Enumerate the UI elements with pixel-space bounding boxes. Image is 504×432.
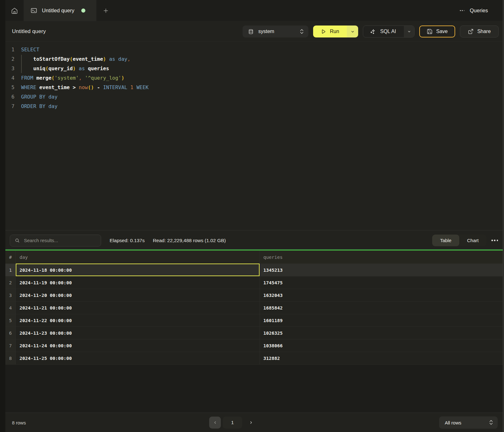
code-text: SELECT (14, 45, 39, 54)
row-index-cell[interactable]: 5 (5, 314, 16, 327)
day-cell[interactable]: 2024-11-21 00:00:00 (16, 302, 260, 314)
code-text: FROM merge('system', '^query_log') (14, 73, 124, 83)
line-number: 1 (5, 45, 14, 54)
queries-cell[interactable]: 1601189 (260, 314, 503, 327)
queries-cell[interactable]: 1026325 (260, 327, 503, 339)
sparkles-icon (370, 29, 376, 35)
sql-ai-label: SQL AI (380, 29, 396, 34)
new-tab-button[interactable] (96, 0, 115, 21)
day-cell[interactable]: 2024-11-18 00:00:00 (16, 264, 260, 276)
content-panel: Untitled query system (5, 22, 503, 432)
table-empty-area (5, 365, 503, 412)
run-button-main[interactable]: Run (313, 26, 347, 37)
save-button[interactable]: Save (419, 26, 455, 37)
select-updown-icon (300, 28, 304, 35)
database-value: system (258, 29, 274, 34)
read-stat: Read: 22,229,488 rows (1.02 GB) (153, 238, 226, 243)
code-text: uniq(query_id) as queries (14, 64, 109, 73)
line-number: 7 (5, 102, 14, 111)
query-title: Untitled query (12, 28, 46, 35)
tab-label: Untitled query (42, 8, 74, 14)
results-toolbar-right: TableChart (432, 235, 503, 246)
run-button[interactable]: Run (313, 26, 358, 37)
select-updown-icon (489, 419, 493, 426)
code-line[interactable]: 6GROUP BY day (5, 92, 503, 102)
run-options-button[interactable] (347, 26, 358, 37)
previous-page-button[interactable] (209, 417, 221, 429)
queries-cell[interactable]: 1345213 (260, 264, 503, 276)
queries-cell[interactable]: 1632043 (260, 289, 503, 302)
table-row: 72024-11-24 00:00:001038066 (5, 339, 503, 352)
pagination: 1 (209, 417, 255, 429)
share-button[interactable]: Share (460, 26, 499, 37)
results-more-icon[interactable] (490, 239, 499, 242)
column-header-day[interactable]: day (16, 251, 260, 264)
view-tab-chart[interactable]: Chart (459, 235, 486, 246)
row-index-cell[interactable]: 3 (5, 289, 16, 302)
page-size-selector[interactable]: All rows (439, 416, 498, 429)
row-index-cell[interactable]: 8 (5, 352, 16, 365)
row-index-cell[interactable]: 6 (5, 327, 16, 339)
sql-ai-main[interactable]: SQL AI (363, 26, 404, 37)
sql-ai-options-button[interactable] (404, 26, 414, 37)
table-row: 82024-11-25 00:00:00312882 (5, 352, 503, 365)
code-line[interactable]: 2 toStartOfDay(event_time) as day, (5, 54, 503, 64)
queries-cell[interactable]: 1745475 (260, 276, 503, 289)
row-index-cell[interactable]: 7 (5, 339, 16, 352)
tab-untitled-query[interactable]: Untitled query (24, 0, 96, 21)
queries-cell[interactable]: 1038066 (260, 339, 503, 352)
indent-guide (21, 55, 22, 73)
play-icon (321, 29, 326, 34)
day-cell[interactable]: 2024-11-23 00:00:00 (16, 327, 260, 339)
queries-cell[interactable]: 1685842 (260, 302, 503, 314)
queries-panel-button[interactable]: Queries (470, 8, 488, 14)
search-results-box[interactable] (10, 235, 101, 247)
database-icon (248, 29, 254, 34)
code-line[interactable]: 1SELECT (5, 45, 503, 54)
scrollbar-gutter[interactable] (503, 0, 504, 432)
home-button[interactable] (5, 0, 24, 21)
save-label: Save (436, 29, 448, 34)
view-tab-table[interactable]: Table (432, 235, 459, 246)
chevron-down-icon (407, 29, 411, 34)
sql-editor[interactable]: 1SELECT2 toStartOfDay(event_time) as day… (5, 42, 503, 230)
day-cell[interactable]: 2024-11-25 00:00:00 (16, 352, 260, 365)
more-menu-icon[interactable] (459, 9, 465, 12)
page-size-value: All rows (445, 420, 461, 425)
current-page-button[interactable]: 1 (223, 417, 242, 429)
sql-ai-button[interactable]: SQL AI (363, 26, 415, 37)
day-cell[interactable]: 2024-11-22 00:00:00 (16, 314, 260, 327)
day-cell[interactable]: 2024-11-20 00:00:00 (16, 289, 260, 302)
line-number: 2 (5, 54, 14, 64)
run-label: Run (330, 29, 339, 34)
unsaved-changes-dot (81, 9, 85, 13)
day-cell[interactable]: 2024-11-19 00:00:00 (16, 276, 260, 289)
share-label: Share (477, 29, 491, 34)
table-row: 22024-11-19 00:00:001745475 (5, 276, 503, 289)
code-line[interactable]: 3 uniq(query_id) as queries (5, 64, 503, 73)
terminal-icon (31, 7, 37, 14)
save-icon (427, 29, 432, 34)
topbar-right: Queries (459, 0, 503, 21)
column-header-index[interactable]: # (5, 251, 16, 264)
row-index-cell[interactable]: 4 (5, 302, 16, 314)
next-page-button[interactable] (247, 417, 255, 429)
database-selector[interactable]: system (243, 26, 308, 37)
row-index-cell[interactable]: 2 (5, 276, 16, 289)
queries-cell[interactable]: 312882 (260, 352, 503, 365)
chevron-down-icon (350, 29, 355, 34)
home-icon (11, 7, 18, 14)
column-header-queries[interactable]: queries (260, 251, 503, 264)
results-toolbar: Elapsed: 0.137s Read: 22,229,488 rows (1… (5, 230, 503, 249)
chevron-left-icon (213, 420, 217, 425)
query-toolbar: Untitled query system (5, 22, 503, 42)
day-cell[interactable]: 2024-11-24 00:00:00 (16, 339, 260, 352)
row-index-cell[interactable]: 1 (5, 264, 16, 276)
code-line[interactable]: 4FROM merge('system', '^query_log') (5, 73, 503, 83)
plus-icon (103, 8, 109, 14)
code-line[interactable]: 5WHERE event_time > now() - INTERVAL 1 W… (5, 83, 503, 92)
search-icon (15, 238, 20, 243)
code-text: toStartOfDay(event_time) as day, (14, 54, 130, 64)
code-line[interactable]: 7ORDER BY day (5, 102, 503, 111)
search-input[interactable] (24, 238, 97, 243)
